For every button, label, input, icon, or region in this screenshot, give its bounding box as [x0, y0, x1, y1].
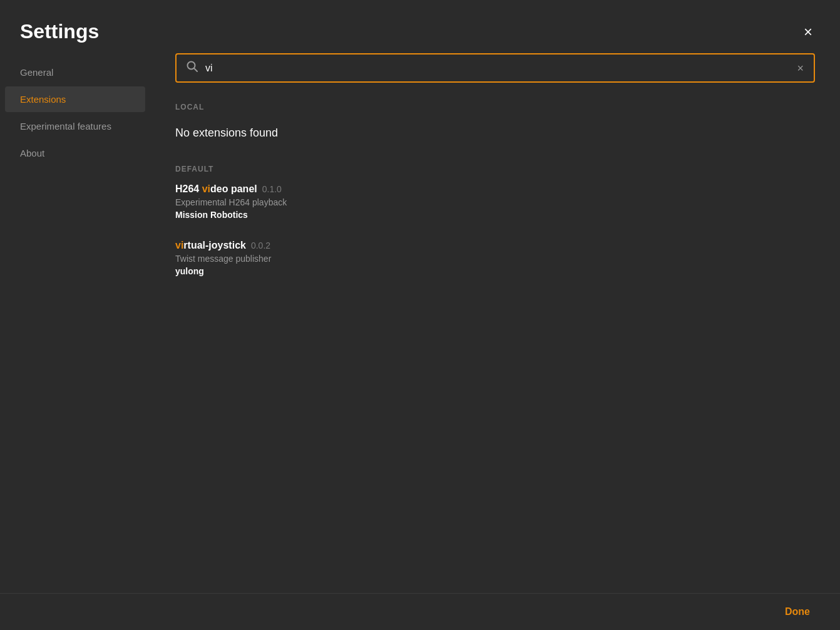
default-section: DEFAULT H264 video panel 0.1.0 Experimen…: [175, 165, 815, 276]
search-icon: [187, 61, 198, 75]
extension-author-2: yulong: [175, 266, 815, 276]
default-section-label: DEFAULT: [175, 165, 815, 173]
svg-line-1: [194, 68, 197, 71]
sidebar-item-experimental[interactable]: Experimental features: [5, 113, 145, 139]
search-input[interactable]: [205, 63, 797, 74]
search-bar: ×: [175, 53, 815, 83]
extension-version: 0.1.0: [262, 184, 282, 194]
sidebar-item-extensions[interactable]: Extensions: [5, 86, 145, 112]
settings-dialog: Settings × GeneralExtensionsExperimental…: [0, 0, 840, 630]
extension-description-2: Twist message publisher: [175, 254, 815, 264]
sidebar-item-about[interactable]: About: [5, 140, 145, 166]
local-section: LOCAL No extensions found: [175, 103, 815, 145]
extension-name-row: H264 video panel 0.1.0: [175, 183, 815, 195]
extension-description: Experimental H264 playback: [175, 197, 815, 207]
done-button[interactable]: Done: [780, 604, 815, 620]
extension-name-row-2: virtual-joystick 0.0.2: [175, 240, 815, 251]
footer: Done: [0, 593, 840, 630]
extension-item-virtual-joystick[interactable]: virtual-joystick 0.0.2 Twist message pub…: [175, 240, 815, 276]
no-extensions-message: No extensions found: [175, 121, 815, 145]
highlight: vi: [202, 183, 210, 194]
extension-name-2: virtual-joystick: [175, 240, 246, 251]
close-button[interactable]: ×: [801, 22, 815, 42]
local-section-label: LOCAL: [175, 103, 815, 111]
main-content: × LOCAL No extensions found DEFAULT H264…: [150, 53, 840, 593]
page-title: Settings: [20, 20, 99, 43]
extension-version-2: 0.0.2: [251, 240, 270, 250]
extension-name: H264 video panel: [175, 183, 257, 195]
highlight-2: vi: [175, 240, 183, 250]
extension-author: Mission Robotics: [175, 210, 815, 220]
header: Settings ×: [0, 0, 840, 53]
sidebar: GeneralExtensionsExperimental featuresAb…: [0, 53, 150, 593]
sidebar-item-general[interactable]: General: [5, 59, 145, 85]
search-clear-button[interactable]: ×: [797, 63, 804, 74]
content-area: GeneralExtensionsExperimental featuresAb…: [0, 53, 840, 593]
extension-item-h264[interactable]: H264 video panel 0.1.0 Experimental H264…: [175, 183, 815, 220]
